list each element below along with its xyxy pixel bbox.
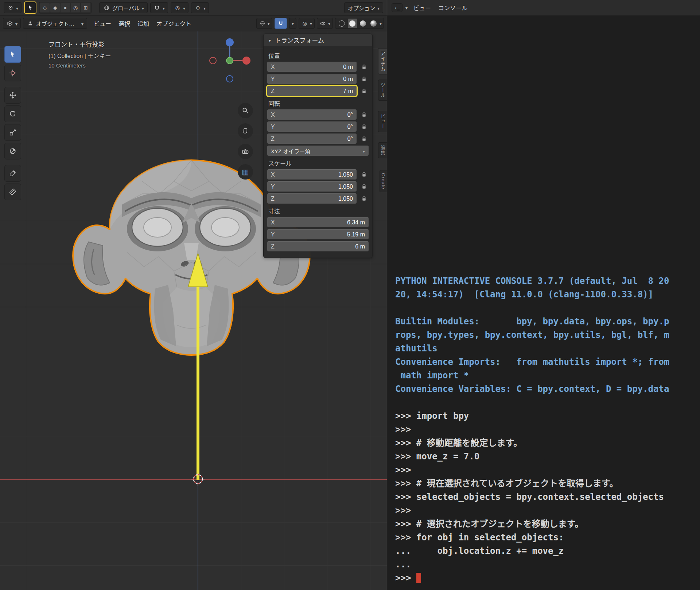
tweak-tool-icon	[27, 4, 34, 11]
dimensions-z-field[interactable]: Z 6 m	[267, 241, 369, 251]
location-x-field[interactable]: X 0 m	[267, 62, 357, 72]
move-tool[interactable]	[4, 87, 21, 104]
menu-item[interactable]: 追加	[137, 19, 149, 28]
lock-icon[interactable]	[359, 62, 369, 72]
console-editor-icon[interactable]	[392, 3, 402, 12]
chevron-down-icon	[310, 20, 312, 27]
rotation-z-field[interactable]: Z 0°	[267, 134, 357, 144]
shading-wireframe-button[interactable]	[337, 19, 347, 28]
tool-option-icon[interactable]: ●	[61, 3, 70, 12]
proportional-edit-dropdown[interactable]: ◎	[171, 2, 188, 13]
pan-button[interactable]	[238, 123, 253, 139]
tool-option-icon[interactable]: ◇	[40, 3, 50, 12]
axis-y-handle[interactable]	[226, 57, 233, 64]
axis-value: 0°	[347, 136, 353, 142]
scale-x-field[interactable]: X 1.050	[267, 169, 357, 180]
axis-value: 1.050	[338, 196, 353, 202]
axis-x-neg-handle[interactable]	[210, 57, 216, 64]
sidebar-tab-5[interactable]: Create	[380, 170, 387, 192]
lock-icon[interactable]	[359, 74, 369, 84]
menu-item[interactable]: ビュー	[413, 3, 431, 12]
dimensions-x-field[interactable]: X 6.34 m	[267, 217, 369, 227]
axis-z-handle[interactable]	[226, 38, 234, 46]
tool-option-icon[interactable]: ◎	[71, 3, 80, 12]
snap-dropdown[interactable]	[150, 2, 168, 13]
viewport-canvas[interactable]: フロント・平行投影 (1) Collection | モンキー 10 Centi…	[0, 31, 387, 590]
perspective-toggle-button[interactable]	[238, 164, 253, 180]
menu-item[interactable]: コンソール	[438, 3, 467, 12]
select-box-tool[interactable]	[4, 46, 21, 63]
shading-material-button[interactable]	[358, 19, 368, 28]
sidebar-tab-3[interactable]: ビュー	[378, 111, 387, 132]
menu-item[interactable]: 選択	[118, 19, 130, 28]
lock-icon[interactable]	[359, 134, 369, 143]
rotation-x-field[interactable]: X 0°	[267, 109, 357, 120]
material-sphere-icon	[360, 20, 366, 27]
collection-label: (1) Collection | モンキー	[48, 51, 111, 60]
axis-value: 0°	[347, 112, 353, 118]
lock-icon[interactable]	[359, 86, 369, 96]
active-tool-button[interactable]	[24, 1, 36, 14]
location-y-field[interactable]: Y 0 m	[267, 74, 357, 84]
transform-tool[interactable]	[4, 143, 21, 159]
scale-tool[interactable]	[4, 124, 21, 141]
gizmo-dropdown[interactable]: ⊙	[191, 2, 209, 13]
location-label: 位置	[268, 51, 368, 60]
editor-type-dropdown[interactable]	[3, 18, 21, 29]
overlays-toggle[interactable]	[317, 18, 333, 29]
rotation-mode-dropdown[interactable]: XYZ オイラー角	[267, 146, 369, 156]
axis-label: Z	[271, 136, 275, 142]
menu-item[interactable]: ビュー	[94, 19, 111, 28]
location-y-row: Y 0 m	[267, 74, 369, 84]
sidebar-tab-1[interactable]: アイテム	[378, 48, 387, 74]
lock-icon[interactable]	[359, 110, 369, 119]
orientation-dropdown[interactable]: グローバル	[99, 2, 148, 13]
transform-panel-header[interactable]: トランスフォーム	[264, 34, 372, 46]
axis-x-handle[interactable]	[242, 57, 250, 65]
console-line: >>>	[395, 571, 697, 585]
console-line: ...	[395, 558, 697, 571]
cursor-tool[interactable]	[4, 65, 21, 81]
axis-value: 5.19 m	[347, 231, 365, 238]
measure-tool[interactable]	[4, 184, 21, 200]
dimensions-z-row: Z 6 m	[267, 241, 369, 251]
rotate-tool[interactable]	[4, 105, 21, 122]
annotate-tool[interactable]	[4, 165, 21, 182]
lock-icon[interactable]	[359, 182, 369, 191]
axis-value: 6 m	[355, 243, 365, 250]
lock-icon[interactable]	[359, 194, 369, 203]
navigation-gizmo[interactable]	[209, 36, 251, 85]
scale-z-field[interactable]: Z 1.050	[267, 193, 357, 204]
menu-item[interactable]: オブジェクト	[156, 19, 191, 28]
proportional-edit-icon: ◎	[174, 4, 181, 11]
camera-view-button[interactable]	[238, 144, 253, 159]
dimensions-y-field[interactable]: Y 5.19 m	[267, 229, 369, 239]
zoom-button[interactable]	[238, 103, 253, 118]
rotation-y-field[interactable]: Y 0°	[267, 122, 357, 132]
tool-option-icon[interactable]: ◆	[50, 3, 60, 12]
tool-option-icon[interactable]: ⊞	[81, 3, 90, 12]
scale-y-field[interactable]: Y 1.050	[267, 181, 357, 192]
pivot-dropdown[interactable]	[4, 2, 22, 13]
orientation-mini-dropdown[interactable]	[256, 18, 272, 29]
axis-label: Z	[271, 88, 275, 95]
console-lines[interactable]: PYTHON INTERACTIVE CONSOLE 3.7.7 (defaul…	[395, 274, 697, 585]
lock-icon[interactable]	[359, 170, 369, 179]
sidebar-tab-4[interactable]: 編集	[378, 142, 387, 158]
chevron-down-icon	[81, 20, 83, 27]
axis-z-neg-handle[interactable]	[226, 76, 233, 82]
axis-label: X	[271, 64, 275, 70]
mode-dropdown[interactable]: オブジェクトモード	[23, 18, 87, 29]
sidebar-tab-2[interactable]: ツール	[378, 80, 387, 101]
options-dropdown[interactable]: オプション	[344, 2, 383, 13]
axis-value: 0 m	[343, 64, 353, 70]
shading-solid-button[interactable]	[348, 19, 357, 28]
proportional-toggle[interactable]: ◎	[299, 18, 315, 29]
location-z-field[interactable]: Z 7 m	[267, 86, 357, 96]
shading-rendered-button[interactable]	[369, 19, 378, 28]
dimensions-label: 寸法	[268, 207, 368, 215]
snap-toggle[interactable]	[275, 18, 287, 29]
overlays-icon	[319, 20, 327, 27]
lock-icon[interactable]	[359, 122, 369, 131]
snap-settings-dropdown[interactable]	[289, 18, 296, 29]
